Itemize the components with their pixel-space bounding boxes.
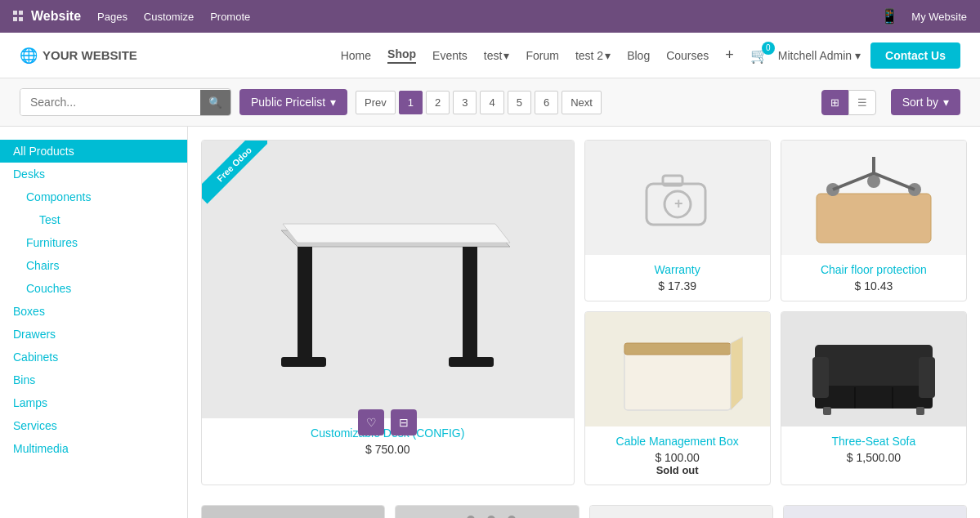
mobile-icon[interactable]: 📱	[880, 7, 898, 25]
product-card-bottom-2[interactable]	[395, 505, 579, 518]
pagination: Prev 1 2 3 4 5 6 Next	[356, 91, 602, 114]
sidebar-item-cabinets[interactable]: Cabinets	[0, 346, 187, 368]
my-website-link[interactable]: My Website	[911, 11, 967, 23]
nav-blog[interactable]: Blog	[627, 49, 650, 62]
nav-add-icon[interactable]: +	[725, 47, 734, 64]
prev-button[interactable]: Prev	[356, 91, 396, 114]
admin-nav-promote[interactable]: Promote	[210, 11, 250, 23]
product-sofa-name: Three-Seat Sofa	[791, 435, 956, 448]
compare-button[interactable]: ⊟	[391, 409, 417, 435]
sidebar-item-bins[interactable]: Bins	[0, 368, 187, 391]
admin-bar-nav: Pages Customize Promote	[97, 10, 250, 23]
page-5-button[interactable]: 5	[508, 91, 531, 114]
sidebar-item-drawers[interactable]: Drawers	[0, 323, 187, 346]
couches-link[interactable]: Couches	[26, 282, 71, 295]
pricelist-button[interactable]: Public Pricelist ▾	[239, 89, 347, 115]
cart-badge: 0	[762, 42, 775, 55]
product-card-bottom-4[interactable]	[783, 505, 967, 518]
sidebar-item-lamps[interactable]: Lamps	[0, 391, 187, 414]
admin-bar: Website Pages Customize Promote 📱 My Web…	[0, 0, 980, 33]
sort-button[interactable]: Sort by ▾	[891, 89, 960, 115]
nav-courses[interactable]: Courses	[666, 49, 709, 62]
cart-button[interactable]: 🛒 0	[750, 47, 768, 65]
bottom-product-1-image	[202, 506, 384, 518]
multimedia-link[interactable]: Multimedia	[13, 442, 69, 455]
nav-test2-dropdown[interactable]: test 2 ▾	[575, 49, 611, 62]
drawers-link[interactable]: Drawers	[13, 328, 56, 341]
product-card-warranty[interactable]: + Warranty $ 17.39	[584, 140, 771, 301]
main-nav: 🌐 YOUR WEBSITE Home Shop Events test ▾ F…	[0, 33, 980, 78]
svg-point-12	[867, 175, 880, 188]
nav-events[interactable]: Events	[432, 49, 468, 62]
globe-icon: 🌐	[20, 47, 38, 65]
admin-nav-pages[interactable]: Pages	[97, 11, 128, 23]
search-area: 🔍 Public Pricelist ▾ Prev 1 2 3 4 5 6 Ne…	[0, 78, 980, 127]
lamps-link[interactable]: Lamps	[13, 396, 47, 409]
nav-test2-chevron: ▾	[605, 49, 611, 62]
chairs-link[interactable]: Chairs	[26, 259, 59, 272]
product-warranty-name: Warranty	[595, 263, 760, 276]
page-2-button[interactable]: 2	[426, 91, 450, 114]
nav-links: Home Shop Events test ▾ Forum test 2 ▾ B…	[341, 47, 734, 64]
svg-rect-4	[449, 357, 494, 367]
sidebar-item-furnitures[interactable]: Furnitures	[0, 231, 187, 254]
nav-home[interactable]: Home	[341, 49, 371, 62]
product-card-sofa[interactable]: Three-Seat Sofa $ 1,500.00	[781, 311, 967, 485]
product-card-bottom-3[interactable]	[589, 505, 773, 518]
product-card-chair-floor[interactable]: Chair floor protection $ 10.43	[781, 140, 967, 301]
next-button[interactable]: Next	[562, 91, 602, 114]
chairs-group-svg	[244, 510, 342, 518]
page-6-button[interactable]: 6	[535, 91, 558, 114]
product-card-cable-box[interactable]: Cable Management Box $ 100.00 Sold out	[584, 311, 771, 485]
contact-button[interactable]: Contact Us	[870, 42, 960, 69]
boxes-link[interactable]: Boxes	[13, 305, 45, 318]
bins-link[interactable]: Bins	[13, 373, 35, 386]
test-link[interactable]: Test	[39, 213, 60, 226]
sidebar-item-components[interactable]: Components	[0, 185, 187, 208]
admin-bar-site-name: Website	[31, 9, 81, 24]
cable-box-svg	[612, 320, 743, 418]
user-dropdown[interactable]: Mitchell Admin ▾	[778, 49, 861, 62]
page-1-button[interactable]: 1	[399, 91, 423, 114]
nav-forum[interactable]: Forum	[526, 49, 558, 62]
sidebar-item-all-products[interactable]: All Products	[0, 140, 187, 163]
sidebar-item-boxes[interactable]: Boxes	[0, 300, 187, 323]
sidebar-item-chairs[interactable]: Chairs	[0, 254, 187, 277]
svg-rect-2	[281, 357, 326, 367]
white-box-svg	[640, 512, 722, 519]
main-content: All Products Desks Components Test Furni…	[0, 127, 980, 518]
admin-bar-left: Website Pages Customize Promote	[13, 9, 250, 24]
furnitures-link[interactable]: Furnitures	[26, 236, 78, 249]
svg-rect-22	[812, 357, 829, 398]
nav-test-chevron: ▾	[503, 49, 509, 62]
search-input[interactable]	[20, 89, 200, 115]
desks-link[interactable]: Desks	[13, 167, 45, 181]
sidebar-item-multimedia[interactable]: Multimedia	[0, 437, 187, 460]
grid-view-button[interactable]: ⊞	[821, 90, 848, 115]
sidebar-item-services[interactable]: Services	[0, 414, 187, 437]
product-warranty-info: Warranty $ 17.39	[585, 255, 770, 301]
search-button[interactable]: 🔍	[200, 90, 230, 115]
page-4-button[interactable]: 4	[480, 91, 503, 114]
page-3-button[interactable]: 3	[453, 91, 477, 114]
sidebar-item-test[interactable]: Test	[0, 208, 187, 231]
sidebar-item-couches[interactable]: Couches	[0, 277, 187, 300]
nav-test-dropdown[interactable]: test ▾	[484, 49, 510, 62]
services-link[interactable]: Services	[13, 419, 57, 432]
admin-nav-customize[interactable]: Customize	[144, 11, 194, 23]
svg-rect-26	[823, 407, 831, 415]
list-view-button[interactable]: ☰	[848, 90, 876, 115]
search-box: 🔍	[20, 88, 231, 116]
nav-actions: 🛒 0 Mitchell Admin ▾ Contact Us	[750, 42, 960, 69]
product-sofa-price: $ 1,500.00	[791, 451, 956, 464]
product-card-bottom-1[interactable]	[201, 505, 385, 518]
bottom-product-2-image	[396, 506, 578, 518]
wishlist-button[interactable]: ♡	[358, 409, 384, 435]
sidebar-item-desks[interactable]: Desks	[0, 163, 187, 185]
bottom-products-grid	[201, 505, 967, 518]
nav-shop[interactable]: Shop	[387, 47, 416, 64]
camera-placeholder-svg: +	[645, 169, 710, 226]
components-link[interactable]: Components	[26, 190, 91, 203]
cabinets-link[interactable]: Cabinets	[13, 351, 58, 364]
product-card-desk[interactable]: Free Odoo	[201, 140, 575, 485]
